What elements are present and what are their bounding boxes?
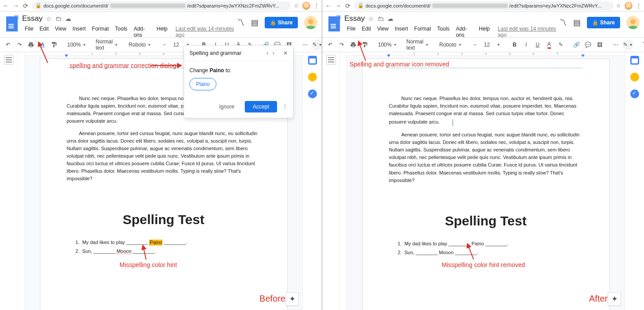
- font-size-field[interactable]: 12: [170, 39, 181, 50]
- redo-icon[interactable]: ↷: [14, 39, 25, 50]
- reload-icon[interactable]: ⟳: [22, 2, 29, 9]
- url-field[interactable]: 🔒 docs.google.com/document/d/ /edit?sdpa…: [32, 1, 291, 10]
- document-title[interactable]: Essay: [344, 14, 365, 23]
- undo-icon[interactable]: ↶: [3, 39, 13, 50]
- star-outline-icon[interactable]: ☆: [368, 15, 374, 22]
- text-color-icon[interactable]: A: [544, 39, 555, 50]
- change-word: Paino: [209, 67, 224, 74]
- outline-rail: [0, 52, 18, 310]
- ignore-button[interactable]: Ignore: [214, 101, 239, 112]
- kebab-menu-icon[interactable]: ⋮: [636, 3, 641, 9]
- style-select[interactable]: Normal text▼: [93, 39, 121, 50]
- url-field[interactable]: 🔒 docs.google.com/document/d/ /edit?sdpa…: [354, 1, 613, 10]
- accept-button[interactable]: Accept: [245, 101, 277, 112]
- insert-comment-icon[interactable]: 💬: [583, 39, 594, 50]
- suggestion-chip[interactable]: Piano: [189, 78, 216, 90]
- zoom-select[interactable]: 100%▼: [65, 39, 88, 50]
- paint-format-icon[interactable]: [49, 39, 59, 50]
- redo-icon[interactable]: ↷: [336, 39, 347, 50]
- tasks-icon[interactable]: [308, 89, 317, 98]
- calendar-icon[interactable]: [308, 56, 317, 65]
- spelling-list[interactable]: 1. My dad likes to play ________ Paino _…: [389, 240, 583, 256]
- underline-icon[interactable]: U: [532, 39, 543, 50]
- share-button[interactable]: 🔒 Share: [265, 17, 298, 28]
- comments-icon[interactable]: ▤: [573, 18, 581, 27]
- spellcheck-icon[interactable]: A: [37, 39, 48, 50]
- italic-icon[interactable]: I: [521, 39, 532, 50]
- close-icon[interactable]: ✕: [283, 50, 288, 56]
- collapse-panel-icon[interactable]: ˆ: [639, 39, 644, 50]
- chart-icon[interactable]: 〽: [559, 18, 567, 27]
- calendar-icon[interactable]: [630, 56, 639, 65]
- explore-fab-icon[interactable]: ✦: [285, 292, 299, 306]
- editing-mode-button[interactable]: ✎ ▼: [623, 39, 633, 50]
- paragraph-1[interactable]: Nunc nec neque. Phasellus leo dolor, tem…: [389, 95, 583, 126]
- bold-icon[interactable]: B: [509, 39, 520, 50]
- star-outline-icon[interactable]: ☆: [46, 15, 52, 22]
- insert-link-icon[interactable]: 🔗: [571, 39, 582, 50]
- profile-avatar-icon[interactable]: [302, 2, 310, 10]
- account-avatar-icon[interactable]: [626, 16, 640, 29]
- more-toolbar-icon[interactable]: ⋯: [300, 39, 310, 50]
- item2-post: ________.: [131, 248, 156, 254]
- keep-icon[interactable]: [308, 73, 317, 81]
- outline-icon[interactable]: [326, 55, 336, 65]
- document-title[interactable]: Essay: [22, 14, 42, 23]
- more-toolbar-icon[interactable]: ⋯: [610, 39, 621, 50]
- font-increase-icon[interactable]: +: [494, 39, 504, 50]
- reload-icon[interactable]: ⟳: [344, 2, 351, 9]
- google-docs-logo-icon[interactable]: [5, 15, 19, 33]
- highlight-icon[interactable]: ✎: [555, 39, 566, 50]
- back-icon[interactable]: ←: [325, 2, 332, 9]
- account-avatar-icon[interactable]: [304, 16, 317, 29]
- kebab-menu-icon[interactable]: ⋮: [314, 3, 319, 9]
- font-select[interactable]: Roboto▼: [126, 39, 154, 50]
- lock-icon: 🔒: [592, 20, 598, 26]
- change-label: Change: [189, 67, 209, 74]
- profile-avatar-icon[interactable]: [625, 2, 632, 10]
- more-options-icon[interactable]: ⋮: [282, 104, 288, 110]
- font-decrease-icon[interactable]: −: [159, 39, 170, 50]
- prev-icon[interactable]: ‹: [266, 50, 268, 56]
- paragraph-2[interactable]: Aenean posuere, tortor sed cursus feugia…: [67, 130, 261, 182]
- word-mooon-plain[interactable]: Mooon: [439, 250, 454, 255]
- zoom-select[interactable]: 100%▼: [375, 39, 398, 50]
- spelling-list[interactable]: 1. My dad likes to play ________ Paino _…: [67, 239, 261, 255]
- font-select[interactable]: Roboto▼: [437, 39, 465, 50]
- tasks-icon[interactable]: [630, 89, 639, 98]
- explore-fab-icon[interactable]: ✦: [608, 292, 621, 306]
- misspelled-word-paino[interactable]: Paino: [149, 240, 162, 245]
- cloud-status-icon[interactable]: ☁: [65, 15, 71, 22]
- print-icon[interactable]: [348, 39, 359, 50]
- spelling-heading[interactable]: Spelling Test: [389, 211, 583, 232]
- move-folder-icon[interactable]: 🗀: [55, 15, 62, 22]
- back-icon[interactable]: ←: [3, 2, 10, 9]
- next-icon[interactable]: ›: [273, 50, 274, 56]
- spelling-heading[interactable]: Spelling Test: [67, 209, 261, 230]
- print-icon[interactable]: [26, 39, 36, 50]
- star-icon[interactable]: ☆: [616, 3, 621, 9]
- font-decrease-icon[interactable]: −: [470, 39, 480, 50]
- undo-icon[interactable]: ↶: [325, 39, 335, 50]
- misspelled-word-mooon[interactable]: Mooon: [116, 248, 131, 254]
- style-select[interactable]: Normal text▼: [404, 39, 432, 50]
- cloud-status-icon[interactable]: ☁: [387, 15, 393, 22]
- paint-format-icon[interactable]: [359, 39, 370, 50]
- chart-icon[interactable]: 〽: [237, 18, 245, 27]
- outline-icon[interactable]: [4, 55, 14, 65]
- editing-mode-button[interactable]: ✎ ▼: [312, 39, 322, 50]
- font-size-field[interactable]: 12: [481, 39, 492, 50]
- word-paino-plain[interactable]: Paino: [471, 241, 484, 246]
- star-icon[interactable]: ☆: [294, 3, 299, 9]
- keep-icon[interactable]: [630, 73, 639, 81]
- insert-image-icon[interactable]: 🖼: [594, 39, 605, 50]
- share-button[interactable]: 🔒 Share: [587, 17, 620, 28]
- comments-icon[interactable]: ▤: [251, 18, 258, 27]
- move-folder-icon[interactable]: 🗀: [378, 15, 384, 22]
- browser-address-bar: ← → ⟳ 🔒 docs.google.com/document/d/ /edi…: [0, 0, 322, 12]
- paragraph-2[interactable]: Aenean posuere, tortor sed cursus feugia…: [389, 131, 583, 184]
- forward-icon[interactable]: →: [12, 2, 19, 9]
- document-page[interactable]: Nunc nec neque. Phasellus leo dolor, tem…: [362, 58, 610, 310]
- forward-icon[interactable]: →: [335, 2, 342, 9]
- google-docs-logo-icon[interactable]: [328, 15, 341, 33]
